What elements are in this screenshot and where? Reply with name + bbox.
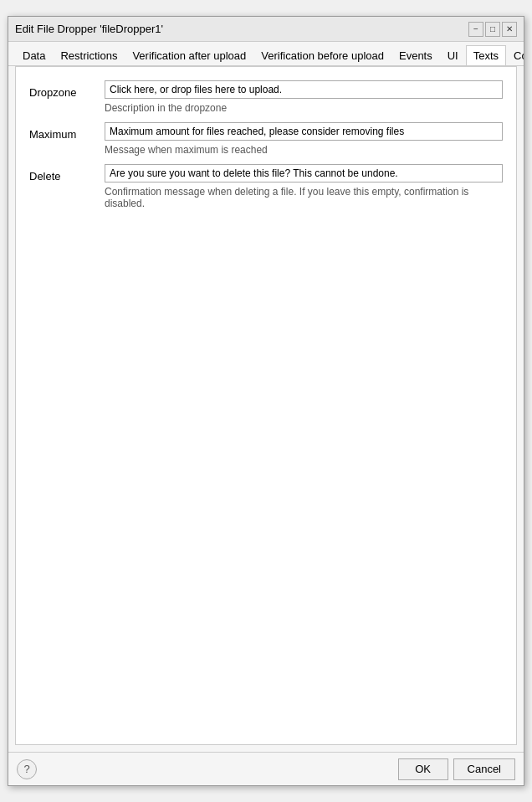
tab-events[interactable]: Events [391,45,440,65]
title-bar: Edit File Dropper 'fileDropper1' − □ ✕ [8,17,524,42]
dropzone-hint: Description in the dropzone [105,100,503,114]
tab-ui[interactable]: UI [440,45,466,65]
dropzone-input[interactable] [105,80,503,99]
tab-restrictions[interactable]: Restrictions [53,45,125,65]
tab-bar: Data Restrictions Verification after upl… [8,42,524,66]
maximum-label: Maximum [29,122,105,142]
dialog-window: Edit File Dropper 'fileDropper1' − □ ✕ D… [8,16,524,786]
delete-hint: Confirmation message when deleting a fil… [105,184,503,209]
tab-verification-after[interactable]: Verification after upload [125,45,253,65]
content-area: Dropzone Description in the dropzone Max… [15,66,517,745]
delete-content: Confirmation message when deleting a fil… [105,164,503,218]
tab-texts[interactable]: Texts [466,45,506,66]
minimize-button[interactable]: − [468,22,483,37]
maximize-button[interactable]: □ [485,22,500,37]
window-controls: − □ ✕ [468,22,517,37]
tab-data[interactable]: Data [15,45,53,65]
delete-input[interactable] [105,164,503,183]
help-button[interactable]: ? [17,759,37,779]
tab-verification-before[interactable]: Verification before upload [253,45,391,65]
ok-button[interactable]: OK [398,758,448,780]
tab-common[interactable]: Common [506,45,524,65]
maximum-hint: Message when maximum is reached [105,142,503,156]
maximum-content: Message when maximum is reached [105,122,503,164]
window-title: Edit File Dropper 'fileDropper1' [15,23,163,35]
footer-buttons: OK Cancel [398,758,515,780]
maximum-input[interactable] [105,122,503,141]
delete-label: Delete [29,164,105,184]
dropzone-content: Description in the dropzone [105,80,503,122]
cancel-button[interactable]: Cancel [453,758,515,780]
footer: ? OK Cancel [8,752,524,785]
dropzone-label: Dropzone [29,80,105,100]
close-button[interactable]: ✕ [502,22,517,37]
form-section: Dropzone Description in the dropzone Max… [29,80,503,218]
